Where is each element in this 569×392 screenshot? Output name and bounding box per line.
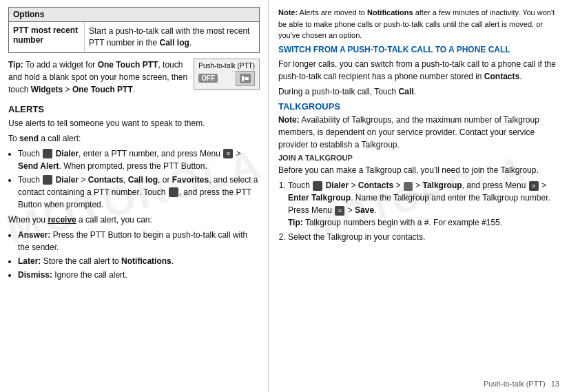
off-badge: OFF — [198, 74, 218, 83]
options-label-ptt: PTT most recent number — [9, 22, 85, 52]
join-steps: Touch Dialer > Contacts > > Talkgroup, a… — [288, 179, 559, 243]
join-step-1: Touch Dialer > Contacts > > Talkgroup, a… — [288, 179, 559, 229]
page-footer: Push-to-talk (PTT) 13 — [484, 380, 559, 388]
receive-dismiss: Dismiss: Ignore the call alert. — [18, 269, 260, 281]
receive-later: Later: Store the call alert to Notificat… — [18, 255, 260, 267]
switch-touch: During a push-to-talk call, Touch Call. — [278, 85, 559, 98]
talkgroups-note: Note: Availability of Talkgroups, and th… — [278, 114, 559, 151]
switch-para: For longer calls, you can switch from a … — [278, 58, 559, 83]
footer-label: Push-to-talk (PTT) — [484, 380, 546, 388]
dialer-icon-2 — [43, 175, 52, 185]
alerts-list: Touch Dialer, enter a PTT number, and pr… — [18, 147, 260, 211]
send-intro: To send a call alert: — [8, 132, 260, 145]
menu-icon-1: ≡ — [223, 149, 233, 158]
switch-heading: SWITCH FROM A PUSH-TO-TALK CALL TO A PHO… — [278, 44, 559, 56]
options-value-ptt: Start a push-to-talk call with the most … — [85, 22, 259, 52]
options-table: Options PTT most recent number Start a p… — [8, 7, 260, 53]
receive-list: Answer: Press the PTT Button to begin a … — [18, 229, 260, 281]
page-number: 13 — [551, 380, 559, 388]
menu-icon-3: ≡ — [335, 206, 344, 216]
one-touch-status: OFF — [198, 71, 255, 86]
dialer-icon-1 — [43, 149, 52, 158]
ptt-icon — [236, 71, 255, 86]
tip-paragraph: Tip: To add a widget for One Touch PTT, … — [8, 59, 188, 96]
options-row: PTT most recent number Start a push-to-t… — [9, 22, 259, 52]
alert-bullet-2: Touch Dialer > Contacts, Call log, or Fa… — [18, 174, 260, 211]
join-heading: JOIN A TALKGROUP — [278, 154, 559, 162]
alert-bullet-1: Touch Dialer, enter a PTT number, and pr… — [18, 147, 260, 172]
options-header: Options — [9, 8, 259, 22]
alerts-heading: ALERTS — [8, 104, 260, 114]
note-paragraph: Note: Alerts are moved to Notifications … — [278, 7, 559, 41]
tip2: Tip: Talkgroup numbers begin with a #. F… — [288, 218, 502, 227]
one-touch-label: Push-to-talk (PTT) — [198, 62, 255, 70]
talkgroup-icon — [404, 182, 413, 191]
tip-section: Tip: To add a widget for One Touch PTT, … — [8, 59, 260, 99]
menu-icon-2: ≡ — [529, 181, 539, 191]
ptt-button-icon — [169, 187, 178, 197]
join-step-2: Select the Talkgroup in your contacts. — [288, 231, 559, 243]
svg-rect-1 — [242, 76, 244, 81]
alerts-intro: Use alerts to tell someone you want to s… — [8, 117, 260, 130]
dialer-icon-3 — [313, 181, 322, 191]
tip-bold: Tip: — [8, 60, 23, 70]
receive-answer: Answer: Press the PTT Button to begin a … — [18, 229, 260, 254]
one-touch-ptt-widget: Push-to-talk (PTT) OFF — [194, 59, 260, 90]
join-intro: Before you can make a Talkgroup call, yo… — [278, 164, 559, 176]
receive-intro: When you receive a call alert, you can: — [8, 214, 260, 226]
svg-rect-2 — [245, 77, 249, 80]
talkgroups-heading: TALKGROUPS — [278, 101, 559, 112]
